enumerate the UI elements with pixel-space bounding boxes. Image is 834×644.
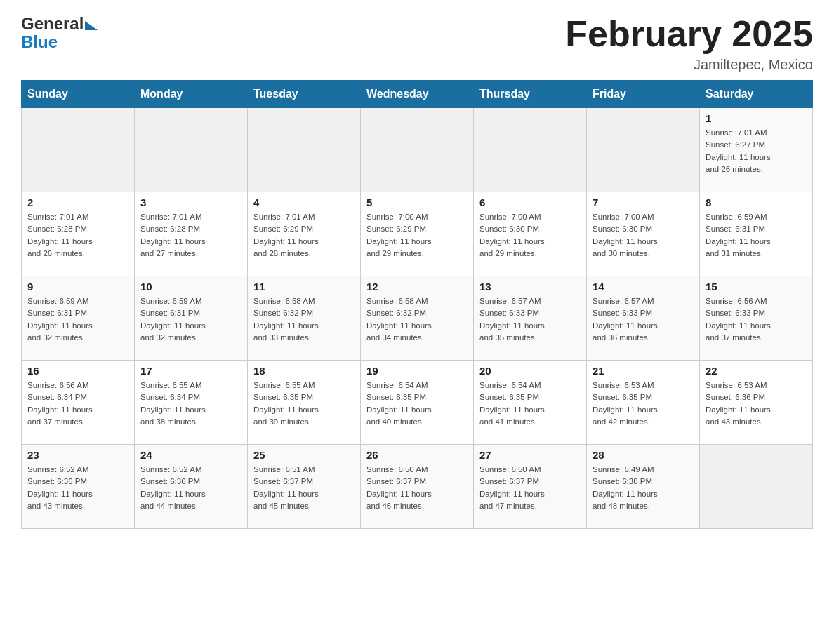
calendar-day: 7Sunrise: 7:00 AMSunset: 6:30 PMDaylight… [587, 192, 700, 276]
weekday-header-friday: Friday [587, 81, 700, 108]
day-info: Sunrise: 7:01 AMSunset: 6:29 PMDaylight:… [253, 211, 355, 260]
weekday-header-tuesday: Tuesday [248, 81, 361, 108]
calendar-week-5: 23Sunrise: 6:52 AMSunset: 6:36 PMDayligh… [22, 445, 813, 529]
day-number: 27 [479, 449, 581, 461]
day-number: 22 [706, 365, 807, 377]
day-info: Sunrise: 7:00 AMSunset: 6:30 PMDaylight:… [479, 211, 581, 260]
day-info: Sunrise: 6:50 AMSunset: 6:37 PMDaylight:… [479, 464, 581, 512]
calendar-day [474, 108, 587, 192]
calendar-day: 27Sunrise: 6:50 AMSunset: 6:37 PMDayligh… [474, 445, 587, 529]
day-number: 8 [706, 196, 807, 208]
calendar-day [135, 108, 248, 192]
title-block: February 2025 Jamiltepec, Mexico [565, 14, 813, 73]
day-info: Sunrise: 6:56 AMSunset: 6:34 PMDaylight:… [27, 380, 128, 428]
day-info: Sunrise: 7:00 AMSunset: 6:30 PMDaylight:… [593, 211, 694, 260]
day-number: 23 [27, 449, 128, 461]
day-number: 9 [27, 281, 128, 293]
day-number: 25 [253, 449, 355, 461]
day-number: 13 [479, 281, 581, 293]
day-number: 3 [140, 196, 241, 208]
calendar-day: 21Sunrise: 6:53 AMSunset: 6:35 PMDayligh… [587, 361, 700, 445]
logo-general-text: General [21, 14, 84, 34]
calendar-day: 6Sunrise: 7:00 AMSunset: 6:30 PMDaylight… [474, 192, 587, 276]
weekday-header-monday: Monday [135, 81, 248, 108]
calendar-day: 3Sunrise: 7:01 AMSunset: 6:28 PMDaylight… [135, 192, 248, 276]
weekday-header-sunday: Sunday [22, 81, 135, 108]
calendar-week-4: 16Sunrise: 6:56 AMSunset: 6:34 PMDayligh… [22, 361, 813, 445]
weekday-header-row: SundayMondayTuesdayWednesdayThursdayFrid… [22, 81, 813, 108]
day-info: Sunrise: 6:52 AMSunset: 6:36 PMDaylight:… [140, 464, 241, 512]
day-info: Sunrise: 6:52 AMSunset: 6:36 PMDaylight:… [27, 464, 128, 512]
day-number: 15 [706, 281, 807, 293]
day-number: 21 [593, 365, 694, 377]
calendar-day: 11Sunrise: 6:58 AMSunset: 6:32 PMDayligh… [248, 276, 361, 361]
day-number: 14 [593, 281, 694, 293]
calendar-day: 28Sunrise: 6:49 AMSunset: 6:38 PMDayligh… [587, 445, 700, 529]
day-number: 24 [140, 449, 241, 461]
calendar-day: 12Sunrise: 6:58 AMSunset: 6:32 PMDayligh… [361, 276, 474, 361]
day-info: Sunrise: 6:57 AMSunset: 6:33 PMDaylight:… [479, 295, 581, 344]
day-info: Sunrise: 6:51 AMSunset: 6:37 PMDaylight:… [253, 464, 355, 512]
calendar-day: 24Sunrise: 6:52 AMSunset: 6:36 PMDayligh… [135, 445, 248, 529]
logo: General Blue [21, 14, 98, 52]
day-info: Sunrise: 7:00 AMSunset: 6:29 PMDaylight:… [366, 211, 468, 260]
day-number: 7 [593, 196, 694, 208]
day-info: Sunrise: 7:01 AMSunset: 6:27 PMDaylight:… [706, 127, 807, 175]
calendar-table: SundayMondayTuesdayWednesdayThursdayFrid… [21, 80, 813, 529]
calendar-day: 9Sunrise: 6:59 AMSunset: 6:31 PMDaylight… [22, 276, 135, 361]
day-number: 10 [140, 281, 241, 293]
calendar-day: 22Sunrise: 6:53 AMSunset: 6:36 PMDayligh… [700, 361, 813, 445]
day-info: Sunrise: 6:59 AMSunset: 6:31 PMDaylight:… [140, 295, 241, 344]
day-info: Sunrise: 6:54 AMSunset: 6:35 PMDaylight:… [366, 380, 468, 428]
calendar-day: 23Sunrise: 6:52 AMSunset: 6:36 PMDayligh… [22, 445, 135, 529]
calendar-day [22, 108, 135, 192]
day-number: 1 [706, 112, 807, 124]
calendar-week-2: 2Sunrise: 7:01 AMSunset: 6:28 PMDaylight… [22, 192, 813, 276]
day-number: 6 [479, 196, 581, 208]
day-info: Sunrise: 6:54 AMSunset: 6:35 PMDaylight:… [479, 380, 581, 428]
day-number: 16 [27, 365, 128, 377]
page-header: General Blue February 2025 Jamiltepec, M… [21, 14, 813, 73]
day-number: 4 [253, 196, 355, 208]
day-info: Sunrise: 6:56 AMSunset: 6:33 PMDaylight:… [706, 295, 807, 344]
day-info: Sunrise: 6:58 AMSunset: 6:32 PMDaylight:… [366, 295, 468, 344]
calendar-day: 19Sunrise: 6:54 AMSunset: 6:35 PMDayligh… [361, 361, 474, 445]
calendar-day [587, 108, 700, 192]
calendar-week-3: 9Sunrise: 6:59 AMSunset: 6:31 PMDaylight… [22, 276, 813, 361]
calendar-day: 5Sunrise: 7:00 AMSunset: 6:29 PMDaylight… [361, 192, 474, 276]
day-number: 26 [366, 449, 468, 461]
calendar-day: 8Sunrise: 6:59 AMSunset: 6:31 PMDaylight… [700, 192, 813, 276]
day-number: 12 [366, 281, 468, 293]
day-number: 19 [366, 365, 468, 377]
day-number: 18 [253, 365, 355, 377]
weekday-header-saturday: Saturday [700, 81, 813, 108]
day-info: Sunrise: 6:59 AMSunset: 6:31 PMDaylight:… [27, 295, 128, 344]
day-info: Sunrise: 6:53 AMSunset: 6:36 PMDaylight:… [706, 380, 807, 428]
day-info: Sunrise: 6:58 AMSunset: 6:32 PMDaylight:… [253, 295, 355, 344]
calendar-day: 2Sunrise: 7:01 AMSunset: 6:28 PMDaylight… [22, 192, 135, 276]
day-info: Sunrise: 7:01 AMSunset: 6:28 PMDaylight:… [140, 211, 241, 260]
calendar-day [700, 445, 813, 529]
location-text: Jamiltepec, Mexico [565, 57, 813, 73]
day-number: 5 [366, 196, 468, 208]
calendar-day: 1Sunrise: 7:01 AMSunset: 6:27 PMDaylight… [700, 108, 813, 192]
calendar-day [248, 108, 361, 192]
day-number: 17 [140, 365, 241, 377]
calendar-day: 10Sunrise: 6:59 AMSunset: 6:31 PMDayligh… [135, 276, 248, 361]
calendar-day: 4Sunrise: 7:01 AMSunset: 6:29 PMDaylight… [248, 192, 361, 276]
day-info: Sunrise: 6:59 AMSunset: 6:31 PMDaylight:… [706, 211, 807, 260]
day-info: Sunrise: 6:49 AMSunset: 6:38 PMDaylight:… [593, 464, 694, 512]
day-number: 2 [27, 196, 128, 208]
calendar-day: 16Sunrise: 6:56 AMSunset: 6:34 PMDayligh… [22, 361, 135, 445]
day-number: 11 [253, 281, 355, 293]
day-number: 28 [593, 449, 694, 461]
weekday-header-wednesday: Wednesday [361, 81, 474, 108]
day-number: 20 [479, 365, 581, 377]
calendar-day: 13Sunrise: 6:57 AMSunset: 6:33 PMDayligh… [474, 276, 587, 361]
calendar-day: 14Sunrise: 6:57 AMSunset: 6:33 PMDayligh… [587, 276, 700, 361]
calendar-day: 26Sunrise: 6:50 AMSunset: 6:37 PMDayligh… [361, 445, 474, 529]
calendar-day: 15Sunrise: 6:56 AMSunset: 6:33 PMDayligh… [700, 276, 813, 361]
weekday-header-thursday: Thursday [474, 81, 587, 108]
calendar-day: 18Sunrise: 6:55 AMSunset: 6:35 PMDayligh… [248, 361, 361, 445]
day-info: Sunrise: 6:50 AMSunset: 6:37 PMDaylight:… [366, 464, 468, 512]
